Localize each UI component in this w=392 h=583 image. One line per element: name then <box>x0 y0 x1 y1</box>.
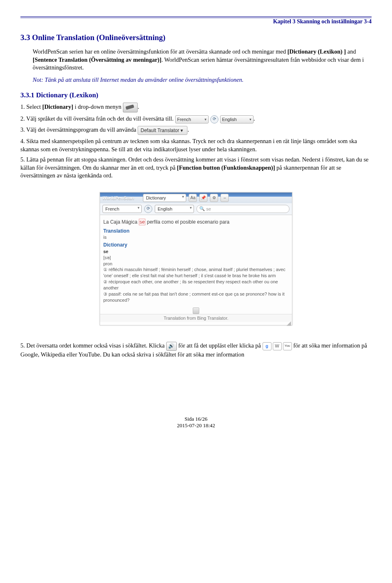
step-1: 1. Select [Dictionary] i drop-down menyn… <box>20 103 372 112</box>
wikipedia-icon[interactable]: W <box>273 342 282 350</box>
page-footer: Sida 16/26 2015-07-20 18:42 <box>20 416 372 429</box>
mode-dropdown[interactable]: Dictionary <box>143 194 186 202</box>
app-brand: WorldPenScan <box>102 195 134 200</box>
app-lang-to[interactable]: English <box>155 205 194 213</box>
resize-handle-icon[interactable]: ◢ <box>100 322 292 325</box>
youtube-icon[interactable]: You <box>283 342 292 350</box>
drag-handle-icon[interactable] <box>193 307 199 314</box>
translator-dropdown[interactable]: Default Translator ▾ <box>138 126 187 135</box>
minimize-button[interactable]: – <box>220 194 229 202</box>
swap-languages-icon[interactable]: ⟳ <box>210 115 218 123</box>
pen-dropdown-icon <box>123 103 138 112</box>
app-lang-from[interactable]: French <box>102 205 142 213</box>
speaker-icon[interactable] <box>166 342 177 351</box>
step-4: 4. Sikta med skannerspetspilen på centru… <box>20 137 372 153</box>
chapter-label: Kapitel 3 Skanning och inställningar 3-4 <box>273 18 372 25</box>
page-date: 2015-07-20 18:42 <box>20 422 372 429</box>
step-2: 2. Välj språket du vill översätta från o… <box>20 115 372 123</box>
dictionary-label: Dictionary <box>103 242 289 248</box>
note-text: Not: Tänk på att ansluta till Internet m… <box>33 76 372 84</box>
google-icon[interactable]: g <box>263 342 272 350</box>
app-toolbar: WorldPenScan Dictionary Aa 📌 ⚙ – <box>100 193 292 203</box>
app-swap-icon[interactable]: ⟳ <box>144 205 152 213</box>
page-header: Kapitel 3 Skanning och inställningar 3-4 <box>20 16 372 25</box>
translation-source: Translation from Bing Translator. <box>100 314 292 322</box>
app-window: WorldPenScan Dictionary Aa 📌 ⚙ – French … <box>100 192 292 325</box>
after-screenshot-text: 5. Det översatta ordet kommer också visa… <box>20 342 372 359</box>
language-selector: French ⟳ English <box>175 115 254 123</box>
search-input[interactable]: 🔍 se <box>196 205 290 213</box>
intro-paragraph: WorldPenScan serien har en online översä… <box>33 48 370 72</box>
lang-to-dropdown[interactable]: English <box>220 115 254 123</box>
step-3: 3. Välj det översättningsprogram du vill… <box>20 126 372 135</box>
dictionary-entry: se [sə] pron ① réfléchi masculin himself… <box>103 249 289 303</box>
search-icon: 🔍 <box>199 206 205 211</box>
lang-from-dropdown[interactable]: French <box>175 115 209 123</box>
translation-value: is <box>103 235 289 240</box>
pin-button[interactable]: 📌 <box>199 194 207 202</box>
scanned-text: La Caja Mágica se perfila como el posibl… <box>103 219 289 225</box>
translation-label: Translation <box>103 228 289 234</box>
font-size-button[interactable]: Aa <box>189 194 197 202</box>
page-number: Sida 16/26 <box>20 416 372 422</box>
step-5: 5. Lätta på pennan för att stoppa skanni… <box>20 156 372 180</box>
subsection-title: 3.3.1 Dictionary (Lexikon) <box>20 91 372 99</box>
settings-button[interactable]: ⚙ <box>210 194 218 202</box>
section-title: 3.3 Online Translation (Onlineöversättni… <box>20 33 372 42</box>
highlighted-word: se <box>139 219 146 225</box>
search-provider-icons: g W You <box>263 342 292 350</box>
app-language-bar: French ⟳ English 🔍 se <box>100 203 292 215</box>
